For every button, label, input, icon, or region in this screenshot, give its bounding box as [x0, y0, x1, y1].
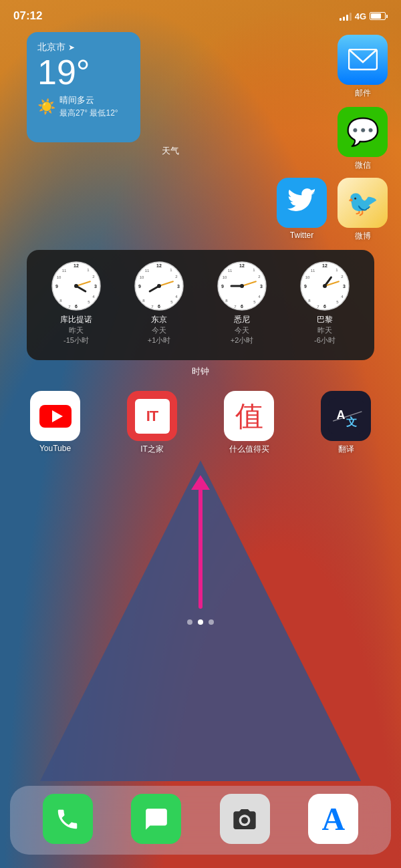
- app-mail[interactable]: 邮件: [338, 35, 388, 99]
- clock-offset-tokyo: +1小时: [126, 335, 192, 345]
- signal-icon: [340, 11, 352, 21]
- signal-bar-3: [346, 15, 348, 21]
- svg-text:3: 3: [343, 284, 346, 289]
- dock-app-messages[interactable]: [131, 794, 181, 847]
- phone-svg: [55, 807, 80, 832]
- app-zhide[interactable]: 值 什么值得买: [224, 391, 274, 455]
- wechat-logo: 💬: [346, 116, 380, 148]
- battery-tip: [386, 15, 388, 18]
- app-translate[interactable]: A 文 翻译: [321, 391, 371, 455]
- weather-city: 北京市 ➤: [37, 41, 130, 53]
- messages-icon: [131, 794, 181, 844]
- status-time: 07:12: [13, 9, 42, 23]
- svg-text:12: 12: [239, 263, 245, 268]
- dock-app-phone[interactable]: [43, 794, 93, 847]
- mail-svg: [348, 49, 378, 71]
- status-right: 4G: [340, 11, 388, 21]
- svg-text:3: 3: [177, 284, 180, 289]
- zhide-logo: 值: [235, 398, 263, 435]
- svg-text:10: 10: [305, 275, 310, 279]
- svg-text:9: 9: [304, 284, 307, 289]
- svg-point-64: [323, 284, 327, 288]
- clock-paris: 12 3 6 9 1 2 4 5 7 8 10 11: [291, 261, 358, 345]
- app-weibo[interactable]: 🐦 微博: [338, 178, 388, 242]
- page-dot-3: [209, 619, 214, 625]
- youtube-logo: [39, 405, 72, 428]
- clock-offset-sydney: +2小时: [209, 335, 275, 345]
- dock-app-camera[interactable]: [220, 794, 270, 847]
- twitter-label: Twitter: [277, 231, 327, 240]
- svg-text:6: 6: [323, 304, 326, 309]
- clock-face-paris: 12 3 6 9 1 2 4 5 7 8 10 11: [299, 261, 350, 311]
- app-youtube[interactable]: YouTube: [30, 391, 80, 453]
- svg-point-16: [74, 284, 78, 288]
- weather-temperature: 19°: [37, 53, 130, 92]
- page-dot-2: [198, 619, 203, 625]
- clock-tokyo: 12 3 6 9 1 2 4 5 7 8 10 11: [126, 261, 192, 345]
- zhide-icon: 值: [224, 391, 274, 441]
- clock-widget[interactable]: 12 3 6 9 1 2 4 5 7 8 10 11: [13, 250, 388, 378]
- youtube-icon: [30, 391, 80, 441]
- battery-icon: [370, 12, 388, 20]
- svg-text:3: 3: [260, 284, 263, 289]
- app-it[interactable]: IT IT之家: [127, 391, 177, 455]
- clock-cupertino: 12 3 6 9 1 2 4 5 7 8 10 11: [43, 261, 110, 345]
- zhide-label: 什么值得买: [224, 444, 274, 455]
- clock-day-sydney: 今天: [209, 325, 275, 335]
- svg-point-48: [240, 284, 244, 288]
- signal-bar-1: [340, 18, 342, 21]
- translate-icon: A 文: [321, 391, 371, 441]
- dock-app-appstore[interactable]: A: [308, 794, 358, 847]
- svg-text:11: 11: [62, 269, 67, 273]
- twitter-icon: [277, 178, 327, 228]
- page-indicators: [0, 619, 401, 625]
- clock-city-paris: 巴黎: [291, 314, 358, 325]
- camera-svg: [231, 806, 258, 833]
- app-wechat[interactable]: 💬 微信: [338, 107, 388, 171]
- app-twitter[interactable]: Twitter: [277, 178, 327, 242]
- page-dot-1: [187, 619, 192, 625]
- wechat-icon: 💬: [338, 107, 388, 157]
- clock-city-sydney: 悉尼: [209, 314, 275, 325]
- clock-offset-cupertino: -15小时: [43, 335, 110, 345]
- svg-text:6: 6: [241, 304, 243, 309]
- svg-text:6: 6: [158, 304, 160, 309]
- messages-svg: [144, 807, 169, 832]
- it-label: IT之家: [127, 444, 177, 455]
- weather-widget[interactable]: 北京市 ➤ 19° ☀️ 晴间多云 最高27° 最低12° 天气: [13, 32, 327, 157]
- it-icon: IT: [127, 391, 177, 441]
- mail-icon: [338, 35, 388, 85]
- clock-app-label: 时钟: [13, 366, 388, 378]
- weather-app-label: 天气: [13, 145, 327, 157]
- arrow-line: [198, 488, 203, 609]
- svg-text:11: 11: [145, 269, 150, 273]
- weather-condition-row: ☀️ 晴间多云 最高27° 最低12°: [37, 94, 130, 119]
- location-arrow-icon: ➤: [68, 43, 75, 52]
- clock-city-tokyo: 东京: [126, 314, 192, 325]
- svg-text:11: 11: [228, 269, 233, 273]
- network-type: 4G: [355, 11, 366, 21]
- clock-day-cupertino: 昨天: [43, 325, 110, 335]
- it-text: IT: [146, 408, 158, 425]
- signal-bar-2: [343, 17, 345, 21]
- battery-body: [370, 12, 386, 20]
- clock-offset-paris: -6小时: [291, 335, 358, 345]
- clock-day-tokyo: 今天: [126, 325, 192, 335]
- status-bar: 07:12 4G: [0, 0, 401, 27]
- svg-text:9: 9: [55, 284, 58, 289]
- weibo-label: 微博: [338, 231, 388, 242]
- clock-face-tokyo: 12 3 6 9 1 2 4 5 7 8 10 11: [134, 261, 184, 311]
- svg-text:12: 12: [322, 263, 327, 268]
- twitter-bird-icon: [287, 188, 317, 218]
- svg-text:3: 3: [94, 284, 97, 289]
- arrow-shape: [196, 475, 205, 609]
- svg-text:9: 9: [221, 284, 224, 289]
- weather-description: 晴间多云: [59, 94, 118, 106]
- camera-icon: [220, 794, 270, 844]
- svg-text:12: 12: [156, 263, 162, 268]
- clock-face-sydney: 12 3 6 9 1 2 4 5 7 8 10 11: [217, 261, 267, 311]
- clock-face-cupertino: 12 3 6 9 1 2 4 5 7 8 10 11: [51, 261, 102, 311]
- appstore-icon: A: [308, 794, 358, 844]
- svg-text:11: 11: [311, 269, 315, 273]
- signal-bar-4: [350, 13, 352, 21]
